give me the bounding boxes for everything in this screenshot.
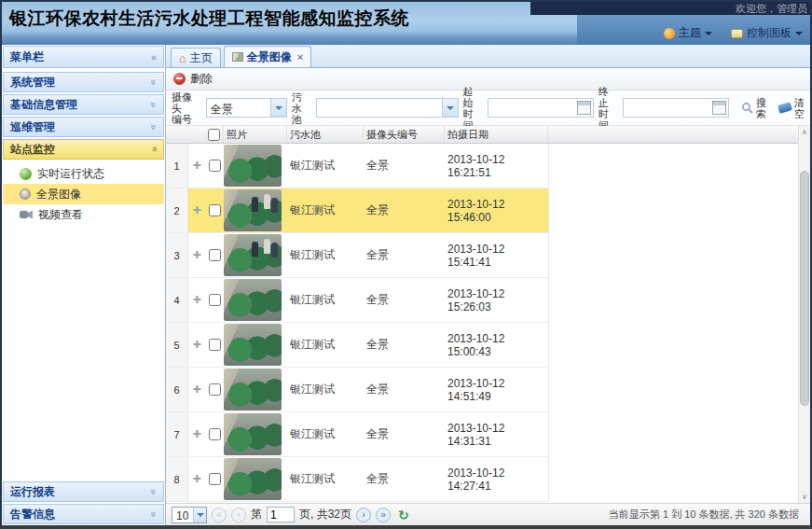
pool-select[interactable] (316, 98, 459, 118)
date-cell: 2013-10-12 14:31:31 (445, 412, 548, 456)
collapse-sidebar-icon[interactable]: « (151, 51, 157, 63)
camera-number-select[interactable]: 全景 (206, 98, 287, 118)
delete-icon[interactable] (173, 73, 186, 85)
dropdown-arrow-icon[interactable] (193, 508, 206, 522)
date-cell: 2013-10-12 16:21:51 (445, 144, 548, 188)
control-panel-button[interactable]: 控制面板 (731, 25, 803, 41)
table-row[interactable]: 4 ✚ 银江测试 全景 2013-10-12 15:26:03 (166, 278, 549, 323)
row-number: 7 (166, 412, 188, 456)
header-move (188, 126, 205, 143)
item-label: 视频查看 (38, 207, 83, 223)
column-header-photo[interactable]: 照片 (224, 126, 287, 143)
refresh-icon[interactable]: ↻ (398, 508, 409, 522)
dropdown-arrow-icon[interactable] (270, 99, 286, 117)
photo-thumbnail[interactable] (224, 458, 282, 500)
move-icon[interactable]: ✚ (188, 323, 205, 367)
sidebar-section-alarm-info[interactable]: 告警信息 » (3, 504, 164, 524)
table-row[interactable]: 5 ✚ 银江测试 全景 2013-10-12 15:00:43 (166, 323, 549, 368)
sidebar-item-video-view[interactable]: 视频查看 (3, 204, 164, 225)
scroll-down-icon[interactable]: ∨ (799, 493, 810, 501)
vertical-scrollbar[interactable]: ∧ ∨ (798, 126, 810, 503)
column-header-camera[interactable]: 摄像头编号 (364, 126, 445, 143)
move-icon[interactable]: ✚ (188, 233, 205, 277)
start-time-field (488, 98, 594, 118)
end-time-input[interactable] (624, 99, 712, 117)
table-row[interactable]: 2 ✚ 银江测试 全景 2013-10-12 15:46:00 (166, 188, 549, 233)
close-tab-icon[interactable]: × (297, 51, 303, 63)
page-number-input[interactable] (267, 507, 295, 522)
section-label: 告警信息 (10, 507, 55, 522)
table-row[interactable]: 8 ✚ 银江测试 全景 2013-10-12 14:27:41 (166, 457, 549, 502)
scrollbar-thumb[interactable] (800, 171, 809, 406)
row-checkbox[interactable] (209, 294, 221, 306)
tab-home[interactable]: ⌂ 主页 (171, 48, 221, 67)
page-size-select[interactable]: 10 (172, 507, 207, 523)
next-page-button[interactable]: › (356, 508, 371, 522)
pool-cell: 银江测试 (287, 368, 364, 411)
move-icon[interactable]: ✚ (188, 188, 205, 232)
table-row[interactable]: 7 ✚ 银江测试 全景 2013-10-12 14:31:31 (166, 412, 549, 457)
table-row[interactable]: 6 ✚ 银江测试 全景 2013-10-12 14:51:49 (166, 368, 549, 412)
column-header-pool[interactable]: 污水池 (287, 126, 364, 143)
move-icon[interactable]: ✚ (188, 368, 205, 411)
row-checkbox[interactable] (209, 383, 221, 396)
row-checkbox[interactable] (209, 473, 221, 485)
clear-button[interactable]: 清 空 (778, 97, 805, 119)
tab-bar: ⌂ 主页 全景图像 × (166, 45, 810, 68)
date-cell: 2013-10-12 14:51:49 (445, 368, 548, 411)
column-header-date[interactable]: 拍摄日期 (445, 126, 548, 143)
move-icon[interactable]: ✚ (188, 278, 205, 322)
sidebar-section-system-mgmt[interactable]: 系统管理 » (3, 72, 164, 92)
calendar-icon[interactable] (712, 101, 726, 115)
photo-thumbnail[interactable] (224, 279, 282, 321)
last-page-button[interactable]: » (376, 508, 391, 522)
chevron-down-icon: » (148, 102, 159, 107)
photo-thumbnail[interactable] (224, 145, 282, 187)
sidebar-header-menu[interactable]: 菜单栏 « (3, 46, 164, 68)
theme-button[interactable]: 主题 (664, 25, 712, 41)
move-icon[interactable]: ✚ (188, 412, 205, 456)
first-page-button[interactable]: « (212, 508, 227, 522)
photo-thumbnail[interactable] (224, 369, 282, 411)
row-checkbox[interactable] (209, 428, 221, 440)
sidebar-section-basic-info[interactable]: 基础信息管理 » (3, 94, 164, 115)
search-button[interactable]: 搜 索 (741, 97, 766, 119)
photo-thumbnail[interactable] (224, 324, 282, 366)
table-row[interactable]: 1 ✚ 银江测试 全景 2013-10-12 16:21:51 (166, 144, 549, 188)
dropdown-arrow-icon[interactable] (442, 99, 458, 117)
camera-cell: 全景 (364, 233, 445, 277)
start-time-input[interactable] (489, 99, 577, 117)
sidebar-section-inspection[interactable]: 巡维管理 » (3, 117, 164, 137)
image-icon (232, 52, 243, 62)
select-all-checkbox[interactable] (208, 129, 220, 141)
sidebar-section-run-reports[interactable]: 运行报表 » (3, 481, 164, 502)
delete-button[interactable]: 删除 (190, 71, 213, 87)
camera-cell: 全景 (364, 323, 445, 367)
move-icon[interactable]: ✚ (188, 457, 205, 501)
section-label: 站点监控 (10, 142, 55, 158)
photo-thumbnail[interactable] (224, 413, 282, 455)
prev-page-button[interactable]: ‹ (231, 508, 246, 522)
row-checkbox[interactable] (209, 249, 221, 261)
sidebar-section-site-monitoring[interactable]: 站点监控 » (3, 139, 164, 160)
tab-panoramic-image[interactable]: 全景图像 × (224, 46, 311, 67)
scroll-up-icon[interactable]: ∧ (799, 128, 810, 136)
row-checkbox[interactable] (209, 204, 221, 216)
pagination-bar: 10 « ‹ 第 页, 共32页 › » ↻ 当前显示第 1 到 10 条数据,… (166, 503, 810, 525)
calendar-icon[interactable] (577, 101, 591, 115)
grid-toolbar: 删除 (166, 68, 810, 90)
filter-bar: 摄像头 编号 全景 污水 池 起始 时间 (166, 90, 810, 126)
sidebar-item-panoramic-image[interactable]: 全景图像 (3, 184, 164, 204)
header-checkbox-cell (205, 126, 224, 143)
photo-thumbnail[interactable] (224, 189, 282, 231)
row-checkbox[interactable] (209, 160, 221, 172)
sidebar-item-realtime-status[interactable]: 实时运行状态 (3, 163, 164, 184)
page-label-suffix: 页, 共32页 (299, 507, 351, 522)
row-checkbox[interactable] (209, 339, 221, 351)
move-icon[interactable]: ✚ (188, 144, 205, 188)
photo-thumbnail[interactable] (224, 234, 282, 276)
chevron-down-icon: » (148, 124, 159, 130)
table-row[interactable]: 3 ✚ 银江测试 全景 2013-10-12 15:41:41 (166, 233, 549, 278)
status-sphere-icon (20, 168, 32, 180)
end-time-field (623, 98, 729, 118)
